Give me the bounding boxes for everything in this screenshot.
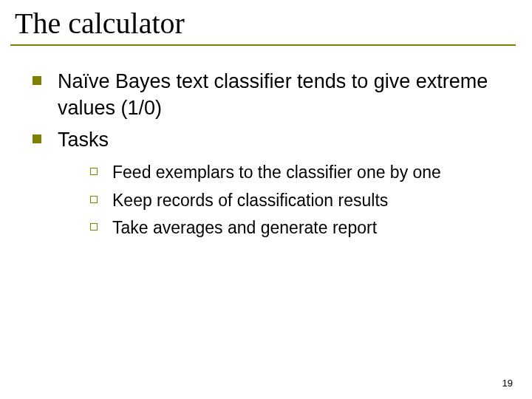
sub-bullet-item: Feed exemplars to the classifier one by … [90,160,504,185]
bullet-item: Naïve Bayes text classifier tends to giv… [33,68,504,122]
slide: The calculator Naïve Bayes text classifi… [0,0,532,399]
bullet-item: Tasks Feed exemplars to the classifier o… [33,126,504,240]
slide-title: The calculator [15,7,516,40]
sub-bullet-text: Keep records of classification results [112,191,388,210]
bullet-text: Naïve Bayes text classifier tends to giv… [58,70,488,119]
sub-bullet-item: Keep records of classification results [90,188,504,213]
sub-bullet-text: Take averages and generate report [112,218,377,237]
title-underline: The calculator [10,6,516,46]
sub-bullet-item: Take averages and generate report [90,216,504,240]
sub-bullet-list: Feed exemplars to the classifier one by … [58,160,504,240]
page-number: 19 [502,378,513,389]
bullet-text: Tasks [58,129,109,151]
sub-bullet-text: Feed exemplars to the classifier one by … [112,163,441,182]
bullet-list: Naïve Bayes text classifier tends to giv… [10,68,511,240]
